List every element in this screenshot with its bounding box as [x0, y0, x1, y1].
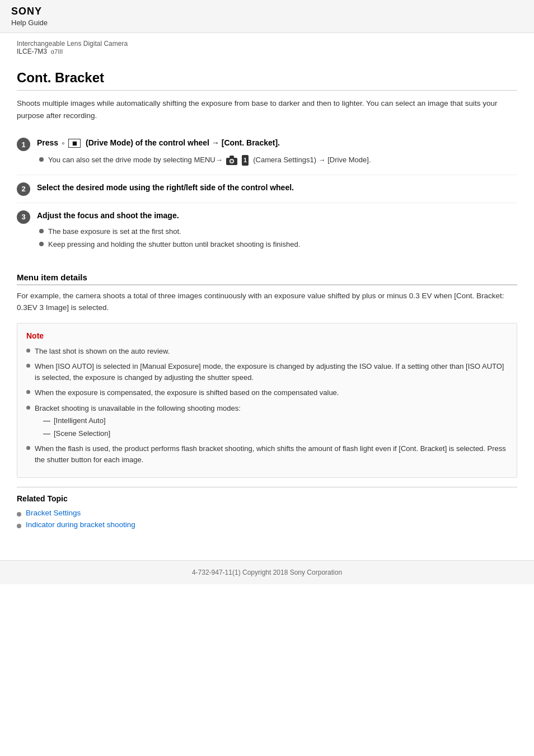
note-label: Note — [26, 331, 508, 340]
note-item-4: Bracket shooting is unavailable in the f… — [26, 403, 508, 439]
related-link-1[interactable]: Bracket Settings — [17, 509, 517, 517]
menu-item-details-header: Menu item details — [17, 273, 517, 285]
note-sub-dash: — — [43, 428, 50, 439]
step-1-title-post: (Drive Mode) of the control wheel → [Con… — [83, 138, 280, 147]
note-dot — [26, 349, 30, 353]
main-content: Cont. Bracket Shoots multiple images whi… — [0, 55, 534, 549]
note-sub-item-2: — [Scene Selection] — [43, 428, 241, 439]
note-item-2: When [ISO AUTO] is selected in [Manual E… — [26, 361, 508, 383]
footer-text: 4-732-947-11(1) Copyright 2018 Sony Corp… — [192, 569, 342, 576]
drive-mode-icon: ◦ — [62, 137, 64, 150]
step-1-details: You can also set the drive mode by selec… — [37, 154, 517, 166]
step-3-bullet-1-text: The base exposure is set at the first sh… — [48, 226, 181, 237]
note-item-3: When the exposure is compensated, the ex… — [26, 387, 508, 398]
step-3-bullet-2: Keep pressing and holding the shutter bu… — [39, 239, 517, 250]
note-item-2-text: When [ISO AUTO] is selected in [Manual E… — [35, 361, 508, 383]
device-model-name: ILCE-7M3 — [17, 48, 47, 55]
step-1-title-pre: Press — [37, 138, 58, 147]
note-item-4-text: Bracket shooting is unavailable in the f… — [35, 403, 241, 414]
step-3: 3 Adjust the focus and shoot the image. … — [17, 203, 517, 259]
related-topic-header: Related Topic — [17, 494, 517, 503]
note-item-4-content: Bracket shooting is unavailable in the f… — [35, 403, 241, 439]
help-guide-label: Help Guide — [11, 18, 523, 27]
step-3-details: The base exposure is set at the first sh… — [37, 226, 517, 250]
step-2: 2 Select the desired mode using the righ… — [17, 175, 517, 203]
device-type: Interchangeable Lens Digital Camera — [17, 40, 517, 48]
related-topic-section: Related Topic Bracket Settings Indicator… — [17, 487, 517, 529]
camera-number-badge: 1 — [242, 155, 249, 166]
note-dot — [26, 390, 30, 394]
burst-icon: ▩ — [68, 139, 81, 148]
camera-settings1-icon — [226, 155, 238, 165]
note-box: Note The last shot is shown on the auto … — [17, 323, 517, 478]
step-number-2: 2 — [17, 182, 30, 196]
step-3-bullet-1: The base exposure is set at the first sh… — [39, 226, 517, 237]
device-model: ILCE-7M3 α7III — [17, 48, 517, 55]
step-3-title: Adjust the focus and shoot the image. — [37, 210, 517, 222]
step-2-title: Select the desired mode using the right/… — [37, 182, 517, 194]
svg-point-3 — [231, 160, 233, 163]
note-item-5-text: When the flash is used, the product perf… — [35, 443, 508, 465]
bullet-dot — [39, 157, 44, 162]
step-1-title: Press ◦ ▩ (Drive Mode) of the control wh… — [37, 137, 517, 150]
bullet-dot — [17, 524, 21, 528]
step-2-content: Select the desired mode using the right/… — [37, 182, 517, 194]
site-header: SONY Help Guide — [0, 0, 534, 33]
svg-rect-1 — [229, 156, 234, 159]
bullet-dot — [39, 229, 44, 233]
step-3-bullet-2-text: Keep pressing and holding the shutter bu… — [48, 239, 300, 250]
note-sub-item-1-text: [Intelligent Auto] — [54, 415, 106, 426]
footer: 4-732-947-11(1) Copyright 2018 Sony Corp… — [0, 560, 534, 584]
menu-item-details-text: For example, the camera shoots a total o… — [17, 290, 517, 314]
bullet-dot — [39, 242, 44, 246]
related-link-2[interactable]: Indicator during bracket shooting — [17, 520, 517, 529]
steps-container: 1 Press ◦ ▩ (Drive Mode) of the control … — [17, 130, 517, 259]
step-1-bullet-1: You can also set the drive mode by selec… — [39, 154, 517, 166]
note-sub-item-2-text: [Scene Selection] — [54, 428, 110, 439]
step-3-content: Adjust the focus and shoot the image. Th… — [37, 210, 517, 252]
note-dot — [26, 446, 30, 450]
note-sub-item-1: — [Intelligent Auto] — [43, 415, 241, 426]
device-suffix: α7III — [51, 48, 63, 55]
related-link-1-anchor[interactable]: Bracket Settings — [26, 509, 81, 517]
page-title: Cont. Bracket — [17, 70, 517, 91]
sony-logo: SONY — [11, 6, 523, 17]
note-sub-dash: — — [43, 415, 50, 426]
note-dot — [26, 364, 30, 368]
step-number-3: 3 — [17, 210, 30, 224]
related-link-2-anchor[interactable]: Indicator during bracket shooting — [26, 520, 135, 529]
step-1-content: Press ◦ ▩ (Drive Mode) of the control wh… — [37, 137, 517, 167]
step-1-bullet-text: You can also set the drive mode by selec… — [48, 154, 371, 166]
note-item-3-text: When the exposure is compensated, the ex… — [35, 387, 339, 398]
note-item-5: When the flash is used, the product perf… — [26, 443, 508, 465]
note-item-1: The last shot is shown on the auto revie… — [26, 346, 508, 357]
note-dot — [26, 406, 30, 410]
breadcrumb: Interchangeable Lens Digital Camera ILCE… — [0, 33, 534, 55]
bullet-dot — [17, 512, 21, 516]
step-1: 1 Press ◦ ▩ (Drive Mode) of the control … — [17, 130, 517, 174]
note-item-1-text: The last shot is shown on the auto revie… — [35, 346, 170, 357]
step-number-1: 1 — [17, 138, 30, 151]
intro-text: Shoots multiple images while automatical… — [17, 97, 517, 121]
